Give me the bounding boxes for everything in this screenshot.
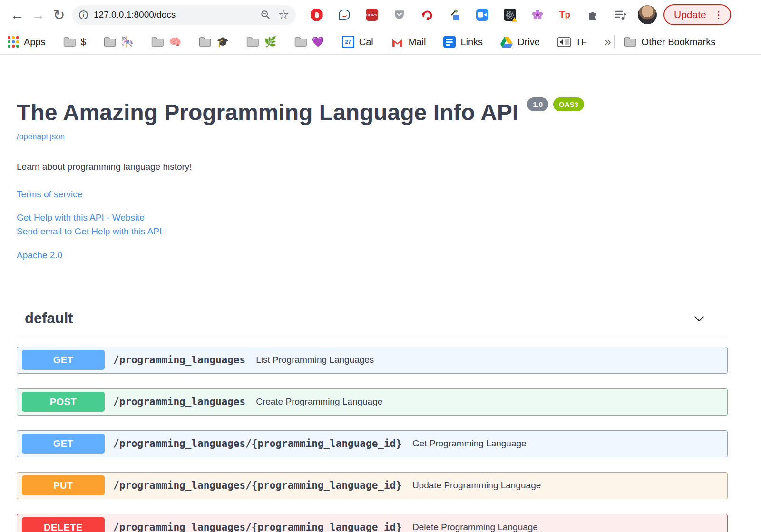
drive-icon: [500, 37, 513, 48]
openapi-spec-link[interactable]: /openapi.json: [17, 132, 65, 142]
bookmark-apps[interactable]: Apps: [8, 36, 46, 48]
endpoint-path: /programming_languages/{programming_lang…: [113, 480, 402, 491]
bookmark-label: Drive: [517, 37, 540, 48]
folder-icon: [199, 37, 212, 47]
endpoint-path: /programming_languages/{programming_lang…: [113, 522, 402, 532]
folder-icon: [624, 37, 637, 47]
extensions-row: CORS Tp: [310, 9, 626, 21]
endpoint-summary: Update Programming Language: [412, 480, 541, 491]
bookmark-folder-herb[interactable]: 🌿: [246, 36, 276, 48]
bookmark-label: 🎠: [121, 36, 134, 48]
version-badge: 1.0: [527, 97, 548, 111]
folder-icon: [104, 37, 117, 47]
card-speaker-icon: [557, 37, 571, 47]
endpoint-path: /programming_languages: [113, 354, 245, 366]
method-badge: PUT: [22, 475, 105, 495]
endpoint-summary: Delete Programming Language: [412, 522, 538, 532]
tag-section-title: default: [25, 310, 73, 327]
bookmark-label: TF: [576, 37, 587, 48]
folder-icon: [63, 37, 76, 47]
links-icon: [443, 36, 456, 48]
bookmark-label: 🎓: [216, 36, 229, 48]
cors-icon[interactable]: CORS: [365, 9, 378, 21]
browser-menu-icon[interactable]: ⋮: [714, 9, 723, 20]
purple-flower-icon[interactable]: [531, 9, 544, 21]
bookmark-folder-carousel[interactable]: 🎠: [104, 36, 134, 48]
endpoint-row-post-create[interactable]: POST /programming_languages Create Progr…: [17, 388, 728, 416]
api-title-row: The Amazing Programming Language Info AP…: [17, 97, 728, 126]
endpoint-row-put-update[interactable]: PUT /programming_languages/{programming_…: [17, 472, 728, 499]
endpoint-row-get-one[interactable]: GET /programming_languages/{programming_…: [17, 430, 728, 457]
calendar-icon: 27: [342, 36, 354, 48]
reload-button[interactable]: ↻: [49, 4, 69, 25]
back-button[interactable]: ←: [7, 4, 28, 25]
license-link[interactable]: Apache 2.0: [17, 250, 728, 261]
swagger-page: The Amazing Programming Language Info AP…: [0, 97, 761, 532]
bookmark-calendar[interactable]: 27 Cal: [342, 36, 373, 48]
bookmark-folder-graduation[interactable]: 🎓: [199, 36, 229, 48]
method-badge: GET: [22, 434, 105, 454]
other-bookmarks-label: Other Bookmarks: [642, 37, 716, 48]
stop-hand-adblock-icon[interactable]: [310, 9, 323, 21]
method-badge: POST: [22, 392, 105, 412]
other-bookmarks-button[interactable]: Other Bookmarks: [624, 37, 716, 48]
atom-devtools-icon[interactable]: [503, 9, 516, 21]
browser-toolbar: ← → ↻ i 127.0.0.1:8000/docs ☆ CORS: [0, 0, 761, 29]
method-badge: DELETE: [22, 517, 105, 532]
pocket-icon[interactable]: [393, 9, 406, 21]
bookmark-folder-brain[interactable]: 🧠: [151, 36, 181, 48]
endpoint-summary: Create Programming Language: [256, 397, 382, 407]
bookmark-links[interactable]: Links: [443, 36, 483, 48]
page-title: The Amazing Programming Language Info AP…: [17, 100, 518, 125]
help-website-link[interactable]: Get Help with this API - Website: [17, 213, 728, 223]
speech-bubble-icon[interactable]: [338, 9, 351, 21]
folder-icon: [294, 37, 307, 47]
operations-list: GET /programming_languages List Programm…: [17, 347, 728, 532]
endpoint-row-get-list[interactable]: GET /programming_languages List Programm…: [17, 347, 728, 374]
puzzle-extensions-icon[interactable]: [586, 9, 599, 21]
bookmarks-divider: [614, 35, 615, 48]
bookmarks-overflow-button[interactable]: »: [605, 35, 611, 48]
tag-section-header[interactable]: default: [17, 306, 728, 335]
playlist-music-icon[interactable]: [614, 9, 626, 21]
zoom-out-icon[interactable]: [260, 10, 271, 20]
bookmark-label: 🧠: [169, 36, 181, 48]
address-bar[interactable]: i 127.0.0.1:8000/docs ☆: [72, 5, 296, 25]
chevron-down-icon[interactable]: [692, 311, 706, 326]
bookmark-drive[interactable]: Drive: [500, 37, 540, 48]
overflow-icon: »: [605, 35, 611, 48]
terms-of-service-link[interactable]: Terms of service: [17, 189, 728, 200]
page-info-icon[interactable]: i: [79, 10, 88, 19]
apps-grid-icon: [8, 36, 19, 48]
help-email-link[interactable]: Send email to Get Help with this API: [17, 226, 728, 237]
forward-button[interactable]: →: [28, 4, 49, 25]
endpoint-path: /programming_languages/{programming_lang…: [113, 438, 402, 449]
reload-icon: ↻: [53, 7, 65, 23]
bookmark-label: $: [81, 37, 86, 48]
tp-label: Tp: [559, 10, 570, 20]
profile-avatar[interactable]: [638, 5, 657, 24]
endpoint-path: /programming_languages: [113, 396, 245, 407]
folder-icon: [151, 37, 164, 47]
forward-icon: →: [31, 7, 45, 23]
back-icon: ←: [10, 7, 24, 23]
bookmark-label: Apps: [24, 37, 46, 48]
cors-label: CORS: [366, 9, 378, 21]
bookmark-tf[interactable]: TF: [557, 37, 587, 48]
bookmark-folder-dollar[interactable]: $: [63, 37, 86, 48]
eyedropper-icon[interactable]: [448, 9, 461, 21]
bookmark-folder-heart[interactable]: 💜: [294, 36, 324, 48]
endpoint-row-delete[interactable]: DELETE /programming_languages/{programmi…: [17, 514, 728, 532]
update-button[interactable]: Update ⋮: [663, 4, 731, 25]
gmail-icon: [391, 37, 404, 47]
red-swirl-arrow-icon[interactable]: [420, 9, 433, 21]
bookmarks-bar: Apps $ 🎠 🧠 🎓 🌿 💜 27 Cal Mail Links Drive: [0, 29, 761, 55]
update-label: Update: [674, 9, 706, 20]
method-badge: GET: [22, 350, 105, 370]
bookmark-mail[interactable]: Mail: [391, 37, 426, 48]
video-camera-zoom-icon[interactable]: [476, 9, 488, 21]
bookmark-label: Mail: [409, 37, 426, 48]
folder-icon: [246, 37, 259, 47]
tp-icon[interactable]: Tp: [558, 9, 571, 21]
bookmark-star-icon[interactable]: ☆: [278, 8, 289, 22]
